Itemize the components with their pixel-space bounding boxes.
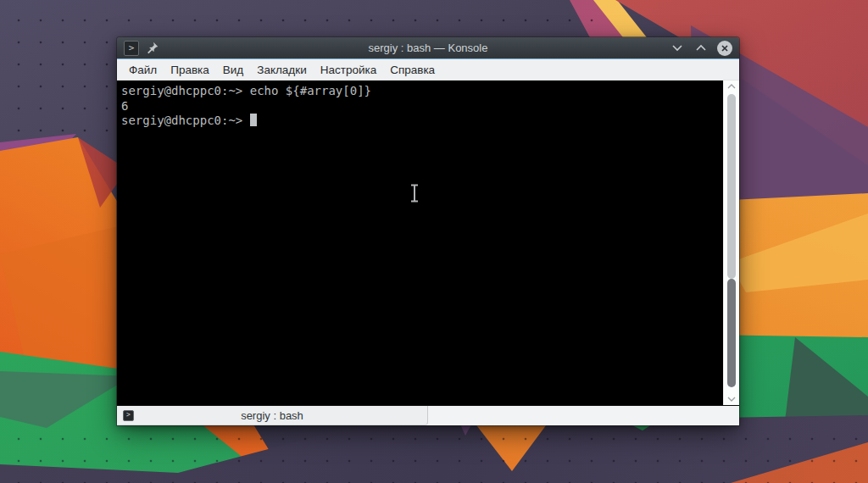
window-menu-terminal-icon[interactable]: > — [124, 41, 139, 56]
tabbar: > sergiy : bash — [117, 405, 739, 425]
terminal-line: sergiy@dhcppc0:~> echo ${#array[0]} — [121, 84, 723, 99]
scrollbar-thumb[interactable] — [727, 279, 736, 387]
menu-item-bookmarks[interactable]: Закладки — [250, 61, 313, 79]
close-icon — [721, 44, 729, 53]
terminal-line: sergiy@dhcppc0:~> — [121, 114, 723, 129]
menu-item-help[interactable]: Справка — [383, 61, 442, 79]
chevron-up-icon — [727, 84, 736, 89]
terminal-area[interactable]: sergiy@dhcppc0:~> echo ${#array[0]} 6 se… — [117, 80, 723, 405]
minimize-button[interactable] — [670, 41, 685, 56]
titlebar[interactable]: > sergiy : bash — Konsole — [117, 37, 739, 59]
scrollbar-up-button[interactable] — [724, 81, 739, 92]
terminal-line: 6 — [121, 99, 723, 114]
ibeam-mouse-cursor-icon — [410, 184, 419, 207]
tab-sergiy-bash[interactable]: > sergiy : bash — [117, 406, 428, 425]
menu-item-file[interactable]: Файл — [122, 61, 164, 79]
close-button[interactable] — [717, 41, 732, 56]
konsole-window: > sergiy : bash — Konsole — [117, 37, 739, 425]
pin-icon[interactable] — [146, 42, 159, 54]
menubar: Файл Правка Вид Закладки Настройка Справ… — [117, 59, 739, 80]
menu-item-settings[interactable]: Настройка — [314, 61, 383, 79]
tab-terminal-icon: > — [123, 410, 134, 421]
tab-label: sergiy : bash — [241, 409, 303, 422]
terminal-row: sergiy@dhcppc0:~> echo ${#array[0]} 6 se… — [117, 80, 739, 405]
menu-item-view[interactable]: Вид — [216, 61, 250, 79]
menu-item-edit[interactable]: Правка — [164, 61, 216, 79]
scrollbar[interactable] — [723, 80, 739, 405]
terminal-block-cursor — [250, 114, 257, 126]
chevron-up-icon — [695, 44, 707, 52]
maximize-button[interactable] — [693, 41, 709, 56]
scrollbar-down-button[interactable] — [724, 394, 739, 404]
chevron-down-icon — [671, 44, 683, 52]
scrollbar-groove-segment[interactable] — [727, 94, 736, 279]
window-title: sergiy : bash — Konsole — [117, 42, 739, 54]
chevron-down-icon — [727, 397, 736, 402]
